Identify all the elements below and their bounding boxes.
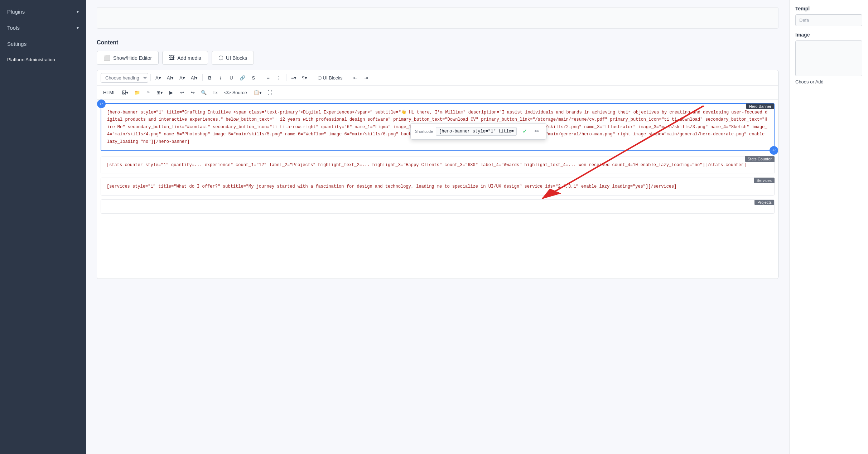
chevron-down-icon: ▾	[77, 9, 79, 14]
sidebar-item-label: Platform Administration	[7, 57, 55, 62]
redo-button[interactable]: ↪	[188, 87, 198, 97]
right-panel: Templ Defa Image Choos or Add	[789, 0, 868, 454]
indent-left-button[interactable]: ⇤	[350, 73, 360, 83]
services-label: Services	[754, 178, 775, 183]
choose-link[interactable]: Choos	[795, 79, 809, 84]
image-box	[795, 40, 862, 76]
add-link[interactable]: or Add	[810, 79, 824, 84]
folder-button[interactable]: 📁	[132, 87, 143, 97]
source-label: Source	[232, 90, 247, 95]
table-button[interactable]: ⊞▾	[154, 87, 165, 97]
fullscreen-button[interactable]: ⛶	[265, 87, 275, 97]
image-section: Image Choos or Add	[795, 32, 862, 84]
italic-button[interactable]: I	[216, 73, 226, 83]
font-color-button[interactable]: A▾	[153, 73, 164, 83]
image-insert-button[interactable]: 🖼▾	[119, 87, 131, 97]
format-toolbar-1: Choose heading Heading 1 Heading 2 Headi…	[97, 70, 778, 86]
font-family-group: Af▾	[188, 73, 200, 83]
bold-button[interactable]: B	[205, 73, 215, 83]
ui-blocks-format-label: UI Blocks	[323, 75, 343, 81]
blocks-area: Hero Banner ↩ [hero-banner style="1" tit…	[97, 100, 778, 279]
font-size-button[interactable]: AI▾	[164, 73, 176, 83]
services-code: [services style="1" title="What do I off…	[101, 178, 774, 195]
top-scroll-area[interactable]	[97, 7, 778, 29]
shortcode-label: Shortcode	[415, 129, 433, 134]
sidebar-item-label: Tools	[7, 25, 20, 31]
clear-format-button[interactable]: Tx	[210, 87, 220, 97]
services-block[interactable]: Services [services style="1" title="What…	[101, 178, 775, 195]
sidebar-item-plugins[interactable]: Plugins ▾	[0, 4, 86, 20]
sidebar: Plugins ▾ Tools ▾ Settings Platform Admi…	[0, 0, 86, 454]
shortcode-popup: Shortcode ✓ ✏	[410, 123, 546, 140]
ui-blocks-button[interactable]: ⬡ UI Blocks	[212, 51, 254, 65]
block-handle-top-left[interactable]: ↩	[97, 100, 106, 108]
projects-block[interactable]: Projects	[101, 199, 775, 214]
list-unordered-button[interactable]: ≡	[263, 73, 273, 83]
blockquote-button[interactable]: ❝	[143, 87, 153, 97]
image-title: Image	[795, 32, 862, 38]
align-button[interactable]: ≡▾	[289, 73, 299, 83]
section-label: Content	[97, 39, 778, 46]
html-icon: ⬜	[103, 54, 111, 61]
separator	[348, 74, 348, 81]
block-handle-bottom-right[interactable]: ↩	[770, 146, 778, 155]
font-color-group: A▾	[153, 73, 164, 83]
sidebar-item-label: Plugins	[7, 9, 25, 15]
sidebar-item-label: Settings	[7, 41, 26, 47]
html-source-button[interactable]: HTML	[101, 87, 118, 97]
shortcode-input[interactable]	[436, 127, 517, 136]
sidebar-item-tools[interactable]: Tools ▾	[0, 20, 86, 36]
shortcode-confirm-button[interactable]: ✓	[520, 126, 530, 136]
font-size-group: AI▾	[164, 73, 176, 83]
image-icon: 🖼	[169, 55, 175, 61]
sidebar-item-settings[interactable]: Settings	[0, 36, 86, 52]
source-icon: </>	[224, 90, 231, 95]
shortcode-actions: ✓ ✏	[520, 126, 542, 136]
strikethrough-button[interactable]: S	[249, 73, 259, 83]
underline-button[interactable]: U	[226, 73, 236, 83]
paragraph-button[interactable]: ¶▾	[300, 73, 310, 83]
stats-counter-block[interactable]: Stats Counter [stats-counter style="1" q…	[101, 156, 775, 174]
template-title: Templ	[795, 6, 862, 11]
add-media-button[interactable]: 🖼 Add media	[162, 51, 208, 65]
format-toolbar-2: HTML 🖼▾ 📁 ❝ ⊞▾ ▶ ↩ ↪ 🔍 Tx </> Source 📋▾ …	[97, 86, 778, 100]
content-wrap: Content ⬜ Show/Hide Editor 🖼 Add media ⬡…	[86, 32, 789, 286]
search-replace-button[interactable]: 🔍	[198, 87, 209, 97]
list-ordered-button[interactable]: ⋮	[274, 73, 284, 83]
ui-blocks-format-button[interactable]: ⬡ UI Blocks	[314, 74, 346, 82]
separator	[286, 74, 286, 81]
cube-icon: ⬡	[318, 75, 322, 81]
shortcode-edit-button[interactable]: ✏	[532, 126, 542, 136]
undo-button[interactable]: ↩	[177, 87, 187, 97]
editor-container: Choose heading Heading 1 Heading 2 Headi…	[97, 70, 778, 279]
hero-banner-block[interactable]: Hero Banner ↩ [hero-banner style="1" tit…	[101, 103, 775, 151]
blocks-icon: ⬡	[218, 54, 223, 61]
hero-banner-label: Hero Banner	[746, 103, 774, 109]
font-family-button[interactable]: Af▾	[188, 73, 200, 83]
source-button[interactable]: </> Source	[221, 88, 250, 97]
template-select[interactable]: Defa	[795, 14, 862, 26]
add-media-label: Add media	[177, 55, 201, 61]
font-bg-group: A▾	[177, 73, 188, 83]
separator	[312, 74, 312, 81]
stats-counter-label: Stats Counter	[745, 156, 775, 162]
ui-blocks-label: UI Blocks	[226, 55, 247, 61]
separator	[202, 74, 203, 81]
show-hide-editor-button[interactable]: ⬜ Show/Hide Editor	[97, 51, 159, 65]
indent-right-button[interactable]: ⇥	[361, 73, 371, 83]
video-button[interactable]: ▶	[166, 87, 176, 97]
link-button[interactable]: 🔗	[237, 73, 248, 83]
main-content: Content ⬜ Show/Hide Editor 🖼 Add media ⬡…	[86, 0, 789, 454]
font-bg-button[interactable]: A▾	[177, 73, 188, 83]
heading-group: Choose heading Heading 1 Heading 2 Headi…	[101, 73, 148, 83]
show-hide-editor-label: Show/Hide Editor	[113, 55, 152, 61]
heading-select[interactable]: Choose heading Heading 1 Heading 2 Headi…	[101, 73, 148, 83]
projects-label: Projects	[754, 199, 775, 205]
add-links: Choos or Add	[795, 79, 862, 84]
template-button[interactable]: 📋▾	[251, 87, 264, 97]
sidebar-item-platform-administration[interactable]: Platform Administration	[0, 52, 86, 67]
stats-counter-code: [stats-counter style="1" quantity=... ex…	[101, 156, 774, 174]
separator	[150, 74, 151, 81]
template-section: Templ Defa	[795, 6, 862, 26]
toolbar-row1: ⬜ Show/Hide Editor 🖼 Add media ⬡ UI Bloc…	[97, 51, 778, 65]
